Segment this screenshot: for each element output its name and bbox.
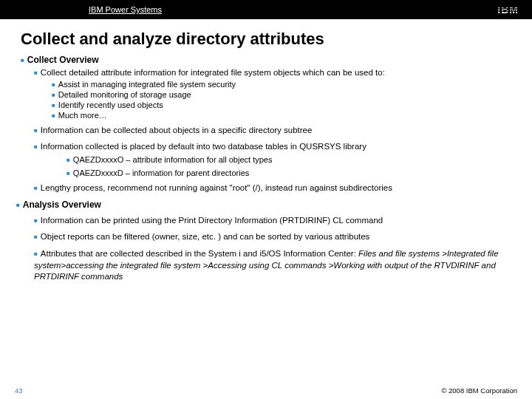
bullet-identify: ■Identify recently used objects — [52, 100, 511, 109]
bullet-filtered: ■Object reports can be filtered (owner, … — [34, 232, 511, 241]
bullet-table-d: ■QAEZDxxxxD – information for parent dir… — [66, 168, 511, 177]
bullet-attributes: ■Attributes that are collected described… — [34, 248, 511, 283]
footer: 43 © 2008 IBM Corporation — [0, 386, 532, 395]
bullet-icon: ■ — [34, 234, 38, 240]
slide-content: Collect and analyze directory attributes… — [0, 19, 532, 283]
bullet-icon: ■ — [66, 171, 70, 177]
bullet-icon: ■ — [34, 128, 38, 134]
bullet-assist: ■Assist in managing integrated file syst… — [52, 80, 511, 89]
bullet-subtree: ■Information can be collected about obje… — [34, 126, 511, 134]
bullet-icon: ■ — [21, 58, 24, 64]
bullet-printed: ■Information can be printed using the Pr… — [34, 216, 511, 225]
bullet-collect-detailed: ■Collect detailed attribute information … — [34, 68, 511, 77]
bullet-icon: ■ — [52, 113, 55, 119]
bullet-icon: ■ — [34, 251, 38, 257]
bullet-icon: ■ — [34, 144, 38, 150]
bullet-icon: ■ — [52, 103, 55, 109]
copyright: © 2008 IBM Corporation — [441, 386, 517, 395]
header-bar: IBM Power Systems IBM — [0, 0, 532, 19]
page-number: 43 — [15, 386, 23, 395]
bullet-icon: ■ — [34, 218, 38, 224]
bullet-icon: ■ — [52, 92, 55, 98]
ibm-logo: IBM — [497, 4, 519, 16]
bullet-placed: ■Information collected is placed by defa… — [34, 142, 511, 151]
bullet-icon: ■ — [16, 202, 20, 208]
attrs-text-a: Attributes that are collected described … — [41, 249, 358, 258]
ibm-logo-text: IBM — [497, 4, 519, 16]
bullet-icon: ■ — [34, 70, 38, 76]
section-analysis-heading: ■Analysis Overview — [16, 200, 511, 210]
bullet-lengthy: ■Lengthy process, recommend not running … — [34, 183, 511, 192]
bullet-icon: ■ — [34, 185, 38, 191]
bullet-icon: ■ — [66, 157, 70, 163]
page-title: Collect and analyze directory attributes — [21, 30, 511, 49]
section-collect-heading: ■Collect Overview — [21, 55, 511, 65]
header-title: IBM Power Systems — [89, 5, 162, 14]
bullet-icon: ■ — [52, 82, 55, 88]
bullet-monitoring: ■Detailed monitoring of storage usage — [52, 90, 511, 99]
bullet-more: ■Much more… — [52, 111, 511, 120]
bullet-table-o: ■QAEZDxxxxO – attribute information for … — [66, 155, 511, 164]
